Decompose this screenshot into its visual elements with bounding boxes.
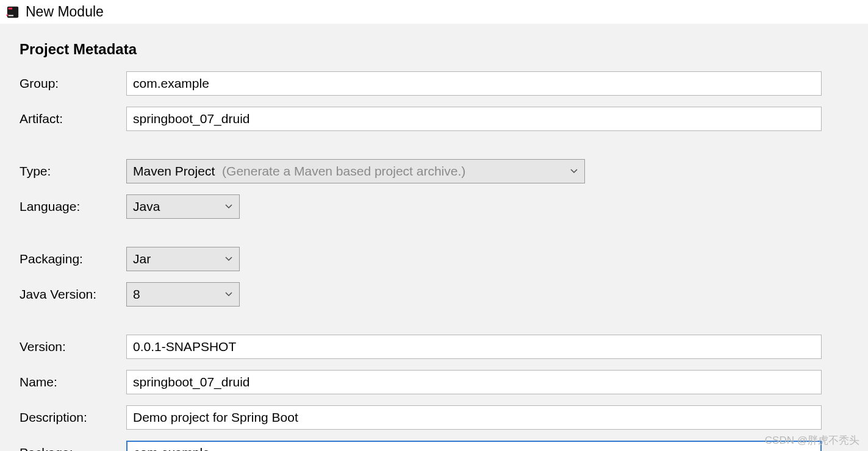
- artifact-input[interactable]: [126, 107, 822, 131]
- section-title: Project Metadata: [20, 41, 848, 58]
- type-value: Maven Project: [133, 164, 215, 178]
- name-label: Name:: [20, 375, 126, 389]
- version-label: Version:: [20, 339, 126, 354]
- type-label: Type:: [20, 164, 126, 179]
- packaging-label: Packaging:: [20, 252, 126, 266]
- window-title: New Module: [26, 4, 104, 20]
- group-input[interactable]: [126, 71, 822, 96]
- java-version-dropdown[interactable]: 8: [126, 282, 240, 307]
- chevron-down-icon: [224, 290, 233, 299]
- title-bar: New Module: [0, 0, 868, 24]
- svg-rect-1: [9, 7, 12, 9]
- chevron-down-icon: [224, 202, 233, 211]
- java-version-label: Java Version:: [20, 287, 126, 302]
- packaging-value: Jar: [133, 252, 151, 266]
- intellij-icon: [6, 5, 20, 19]
- packaging-dropdown[interactable]: Jar: [126, 247, 240, 271]
- artifact-label: Artifact:: [20, 112, 126, 126]
- chevron-down-icon: [224, 255, 233, 263]
- group-label: Group:: [20, 76, 126, 91]
- content-panel: Project Metadata Group: Artifact: Type: …: [0, 24, 868, 451]
- language-value: Java: [133, 199, 160, 214]
- language-dropdown[interactable]: Java: [126, 194, 240, 219]
- name-input[interactable]: [126, 370, 822, 394]
- language-label: Language:: [20, 199, 126, 214]
- package-label: Package:: [20, 446, 126, 451]
- java-version-value: 8: [133, 287, 140, 302]
- type-hint: (Generate a Maven based project archive.…: [222, 164, 465, 178]
- svg-rect-2: [9, 15, 13, 16]
- form-grid: Group: Artifact: Type: Maven Project (Ge…: [20, 71, 848, 451]
- description-label: Description:: [20, 410, 126, 425]
- chevron-down-icon: [570, 167, 578, 176]
- package-input[interactable]: [126, 441, 822, 451]
- description-input[interactable]: [126, 405, 822, 430]
- version-input[interactable]: [126, 335, 822, 359]
- type-dropdown[interactable]: Maven Project (Generate a Maven based pr…: [126, 159, 585, 183]
